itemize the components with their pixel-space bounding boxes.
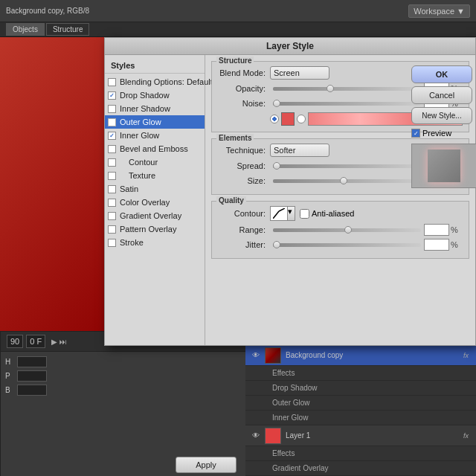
frame-display[interactable]: 0 F xyxy=(26,335,45,348)
style-item-gradient-overlay[interactable]: Gradient Overlay xyxy=(105,209,205,222)
style-item-inner-shadow[interactable]: Inner Shadow xyxy=(105,102,205,115)
anti-alias-checkbox[interactable] xyxy=(300,209,309,219)
svg-line-0 xyxy=(273,211,279,219)
spread-slider-track[interactable] xyxy=(273,164,421,168)
structure-label: Structure xyxy=(216,57,254,65)
noise-slider-thumb[interactable] xyxy=(273,100,280,107)
noise-label: Noise: xyxy=(218,99,270,108)
size-label: Size: xyxy=(218,176,270,185)
checkbox-satin[interactable] xyxy=(108,185,116,193)
contour-control: ▾ Anti-aliased xyxy=(270,206,463,221)
style-item-contour[interactable]: Contour xyxy=(105,155,205,169)
radio-solid-color[interactable] xyxy=(270,115,279,123)
pos-h-input[interactable]: 0° xyxy=(17,356,47,367)
layer-item-1[interactable]: 👁 Layer 1 fx xyxy=(245,425,476,446)
style-item-color-overlay[interactable]: Color Overlay xyxy=(105,196,205,209)
checkbox-contour[interactable] xyxy=(108,158,116,167)
layer-name-bg-copy: Background copy xyxy=(286,351,463,359)
pos-b-input[interactable]: 0° xyxy=(17,385,47,396)
contour-dropdown-arrow[interactable]: ▾ xyxy=(288,206,295,221)
ok-button[interactable]: OK xyxy=(411,65,472,83)
style-item-inner-glow[interactable]: Inner Glow xyxy=(105,129,205,142)
style-item-texture[interactable]: Texture xyxy=(105,169,205,182)
quality-label: Quality xyxy=(216,196,246,205)
style-item-stroke[interactable]: Stroke xyxy=(105,236,205,249)
size-slider-thumb[interactable] xyxy=(340,177,347,184)
layer-sub-effects: Effects xyxy=(245,366,476,381)
blend-mode-label: Blend Mode: xyxy=(218,68,270,77)
noise-slider-track[interactable] xyxy=(273,102,421,106)
radio-gradient[interactable] xyxy=(297,115,306,123)
dialog-buttons: OK Cancel New Style... Preview xyxy=(411,65,472,188)
jitter-slider-track[interactable] xyxy=(273,243,421,247)
fx-badge-1: fx xyxy=(463,432,469,440)
checkbox-drop-shadow[interactable] xyxy=(108,91,116,100)
style-item-bevel-emboss[interactable]: Bevel and Emboss xyxy=(105,142,205,155)
top-bar: Background copy, RGB/8 Workspace ▼ xyxy=(0,0,476,22)
technique-select[interactable]: Softer Precise xyxy=(270,144,329,157)
checkbox-stroke[interactable] xyxy=(108,239,116,247)
layer-sub-inner-glow: Inner Glow xyxy=(245,411,476,425)
style-item-drop-shadow[interactable]: Drop Shadow xyxy=(105,89,205,102)
style-item-satin[interactable]: Satin xyxy=(105,182,205,196)
pos-row-p: P 0° xyxy=(5,370,241,382)
dialog-title: Layer Style xyxy=(105,38,475,55)
size-slider-track[interactable] xyxy=(273,179,421,183)
new-style-button[interactable]: New Style... xyxy=(411,107,472,124)
checkbox-pattern-overlay[interactable] xyxy=(108,225,116,234)
layers-panel: Layers Fill: 100% 👁 Background copy fx E… xyxy=(245,332,476,476)
layer-item-bg-copy[interactable]: 👁 Background copy fx xyxy=(245,345,476,366)
fx-badge-bg-copy: fx xyxy=(463,352,469,359)
range-slider-thumb[interactable] xyxy=(344,226,352,234)
tab-objects[interactable]: Objects xyxy=(6,23,45,36)
checkbox-inner-glow[interactable] xyxy=(108,132,116,140)
apply-button[interactable]: Apply xyxy=(176,457,237,473)
opacity-slider-track[interactable] xyxy=(273,87,421,91)
checkbox-inner-shadow[interactable] xyxy=(108,105,116,113)
layer-name-1: Layer 1 xyxy=(286,431,463,440)
opacity-slider-thumb[interactable] xyxy=(327,85,334,92)
cancel-button[interactable]: Cancel xyxy=(411,86,472,104)
checkbox-texture[interactable] xyxy=(108,172,116,180)
pos-p-label: P xyxy=(5,372,14,380)
jitter-input[interactable]: 0 xyxy=(424,239,449,251)
elements-label: Elements xyxy=(216,134,254,142)
range-label: Range: xyxy=(218,225,270,234)
checkbox-outer-glow[interactable] xyxy=(108,118,116,126)
spread-label: Spread: xyxy=(218,161,270,170)
checkbox-bevel-emboss[interactable] xyxy=(108,145,116,153)
contour-label: Contour: xyxy=(218,209,270,218)
contour-thumbnail[interactable] xyxy=(270,206,288,221)
pos-row-h: H 0° xyxy=(5,356,241,367)
tab-structure[interactable]: Structure xyxy=(46,23,90,36)
range-unit: % xyxy=(451,225,463,234)
style-item-pattern-overlay[interactable]: Pattern Overlay xyxy=(105,222,205,236)
anti-alias-label: Anti-aliased xyxy=(312,209,354,218)
title-area: Objects Structure xyxy=(0,22,476,37)
svg-line-1 xyxy=(279,208,285,211)
color-swatch[interactable] xyxy=(281,112,295,126)
pos-p-input[interactable]: 0° xyxy=(17,370,47,382)
preview-checkbox[interactable] xyxy=(411,129,420,138)
range-input[interactable]: 50 xyxy=(424,224,449,236)
eye-icon-bg-copy[interactable]: 👁 xyxy=(250,350,262,361)
pos-h-label: H xyxy=(5,358,14,366)
checkbox-blending[interactable] xyxy=(108,78,116,86)
jitter-slider-thumb[interactable] xyxy=(273,241,280,248)
time-display[interactable]: 90 xyxy=(7,335,23,348)
workspace-button[interactable]: Workspace ▼ xyxy=(408,4,470,18)
style-item-blending[interactable]: Blending Options: Default xyxy=(105,75,205,89)
checkbox-color-overlay[interactable] xyxy=(108,199,116,207)
position-fields: H 0° P 0° B 0° xyxy=(1,352,245,400)
technique-label: Technique: xyxy=(218,146,270,155)
layer-1-gradient-overlay: Gradient Overlay xyxy=(245,461,476,476)
range-control: 50 % xyxy=(270,224,463,236)
jitter-control: 0 % xyxy=(270,239,463,251)
range-slider-track[interactable] xyxy=(273,228,421,232)
style-item-outer-glow[interactable]: Outer Glow xyxy=(105,115,205,129)
blend-mode-select[interactable]: Screen Normal Multiply Overlay xyxy=(270,66,329,80)
spread-slider-thumb[interactable] xyxy=(273,162,280,170)
eye-icon-layer1[interactable]: 👁 xyxy=(250,430,262,442)
effects-label: Effects xyxy=(272,369,295,377)
checkbox-gradient-overlay[interactable] xyxy=(108,212,116,220)
